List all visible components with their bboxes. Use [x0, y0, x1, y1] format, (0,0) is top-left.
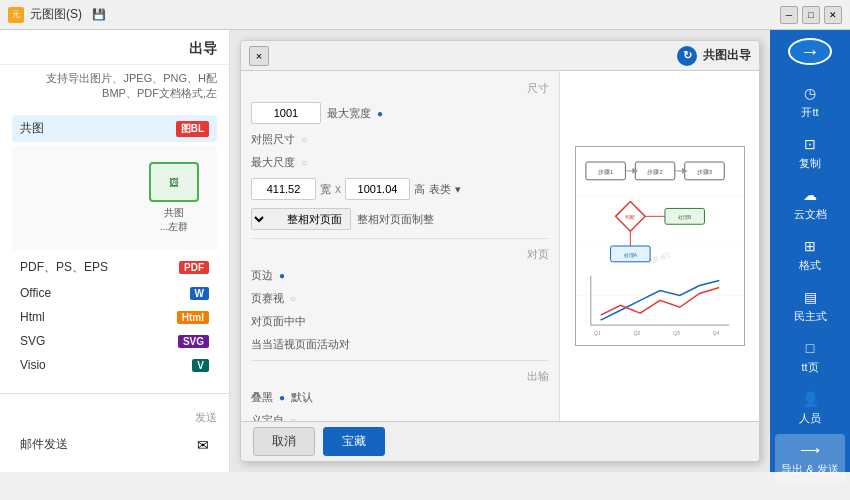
image-section: 图BL 共图 🖼 共图...左群 PDF PDF、PS、EPS W Office — [0, 107, 229, 385]
sidebar-item-person[interactable]: 👤 人员 — [775, 383, 845, 432]
svg-text:Q1: Q1 — [594, 331, 601, 336]
expand-label: 表类 — [429, 182, 451, 197]
sidebar-item-tt[interactable]: ◷ 开tt — [775, 77, 845, 126]
size-type-row: ○ 义宝自 — [251, 413, 549, 421]
max-width-label: 最大宽度 — [327, 106, 371, 121]
sidebar-item-template[interactable]: ▤ 民主式 — [775, 281, 845, 330]
image-icon-text: 🖼 — [169, 177, 179, 188]
page-center-row: 对页面中中 — [251, 314, 549, 329]
sidebar-page-label: tt页 — [801, 360, 818, 375]
sidebar-item-export[interactable]: ⟶ 导出 & 发送 — [775, 434, 845, 483]
page-border-row: ○ 页赛视 — [251, 291, 549, 306]
app-title: 元图图(S) — [30, 6, 82, 23]
default-label: 默认 — [291, 390, 313, 405]
fit-page-row: 当当适视页面活动对 — [251, 337, 549, 352]
preview-area: 步骤1 步骤2 步骤3 判断 — [559, 71, 759, 421]
template-icon: ▤ — [798, 287, 822, 307]
main-container: 出导 支持导出图片、JPEG、PNG、H配BMP、PDF文档格式,左 图BL 共… — [0, 30, 850, 472]
image-format-icon: 🖼 — [149, 162, 199, 202]
right-sidebar: → ◷ 开tt ⊡ 复制 ☁ 云文档 ⊞ 格式 ▤ 民主式 □ tt页 👤 人员 — [770, 30, 850, 472]
page-center-label: 对页面中中 — [251, 314, 306, 329]
sidebar-item-page[interactable]: □ tt页 — [775, 332, 845, 381]
dialog-body: 步骤1 步骤2 步骤3 判断 — [241, 71, 759, 421]
preview-diagram: 步骤1 步骤2 步骤3 判断 — [576, 147, 744, 345]
sidebar-item-copy[interactable]: ⊡ 复制 — [775, 128, 845, 177]
max-width-input[interactable] — [251, 102, 321, 124]
sidebar-person-label: 人员 — [799, 411, 821, 426]
format-item-svg[interactable]: SVG SVG — [12, 329, 217, 353]
scale-select[interactable]: 整相对页面 — [251, 208, 351, 230]
dialog-footer: 宝藏 取消 — [241, 421, 759, 461]
refresh-button[interactable]: ↻ — [677, 46, 697, 66]
svg-text:步骤3: 步骤3 — [696, 169, 712, 175]
format-item-office[interactable]: W Office — [12, 281, 217, 305]
page-all-row: ● 页边 — [251, 268, 549, 283]
export-subtitle: 支持导出图片、JPEG、PNG、H配BMP、PDF文档格式,左 — [0, 65, 229, 107]
scale-row: 整相对页面制整 整相对页面 — [251, 208, 549, 230]
export-title: 出导 — [189, 40, 217, 56]
svg-badge: SVG — [178, 335, 209, 348]
cancel-button[interactable]: 取消 — [253, 427, 315, 456]
app-icon: 元 — [8, 7, 24, 23]
max-width-row: ● 最大宽度 — [251, 102, 549, 124]
height-input[interactable] — [345, 178, 410, 200]
format-item-html[interactable]: Html Html — [12, 305, 217, 329]
dialog-titlebar: 共图出导 ↻ × — [241, 41, 759, 71]
output-section-heading: 出输 — [251, 369, 549, 384]
sidebar-tt-label: 开tt — [801, 105, 818, 120]
export-panel: 出导 支持导出图片、JPEG、PNG、H配BMP、PDF文档格式,左 图BL 共… — [0, 30, 230, 472]
export-button[interactable]: 宝藏 — [323, 427, 385, 456]
dimensions-row: ▾ 表类 高 x 宽 — [251, 178, 549, 200]
pdf-badge: PDF — [179, 261, 209, 274]
image-format-preview[interactable]: 🖼 共图...左群 — [139, 152, 209, 244]
svg-text:处理B: 处理B — [678, 214, 692, 220]
svg-text:Q2: Q2 — [633, 331, 640, 336]
email-send-item[interactable]: ✉ 邮件发送 — [12, 431, 217, 458]
dialog-close-button[interactable]: × — [249, 46, 269, 66]
pages-section-heading: 对页 — [251, 247, 549, 262]
minimize-button[interactable]: ─ — [780, 6, 798, 24]
settings-area: 尺寸 ● 最大宽度 ○ 对照尺寸 ○ 最大尺度 — [241, 71, 559, 421]
sidebar-item-history[interactable]: ⟳ 历史 — [775, 493, 845, 500]
relative-size-row: ○ 对照尺寸 — [251, 132, 549, 147]
sidebar-arrow-button[interactable]: → — [788, 38, 832, 65]
svg-text:Q4: Q4 — [712, 331, 719, 336]
export-icon: ⟶ — [798, 440, 822, 460]
chevron-down-icon: ▾ — [455, 183, 461, 196]
format-item-image[interactable]: 图BL 共图 — [12, 115, 217, 142]
page-all-label: 页边 — [251, 268, 273, 283]
sidebar-cloud-label: 云文档 — [794, 207, 827, 222]
format-item-visio[interactable]: V Visio — [12, 353, 217, 377]
office-badge: W — [190, 287, 209, 300]
width-input[interactable] — [251, 178, 316, 200]
svg-text:处理A: 处理A — [623, 252, 637, 258]
dialog-title-group: 共图出导 ↻ — [677, 46, 751, 66]
arrow-right-icon: → — [800, 40, 820, 63]
email-icon: ✉ — [197, 437, 209, 453]
expand-toggle[interactable]: ▾ 表类 — [429, 182, 461, 197]
visio-badge: V — [192, 359, 209, 372]
tt-icon: ◷ — [798, 83, 822, 103]
scale-label: 整相对页面制整 — [357, 212, 434, 227]
close-button[interactable]: ✕ — [824, 6, 842, 24]
image-format-label: 共图...左群 — [160, 206, 188, 234]
sidebar-export-label: 导出 & 发送 — [781, 462, 838, 477]
svg-text:步骤2: 步骤2 — [647, 169, 662, 175]
center-area: 共图出导 ↻ × — [230, 30, 770, 472]
save-button[interactable]: 💾 — [88, 6, 110, 23]
sidebar-item-format[interactable]: ⊞ 格式 — [775, 230, 845, 279]
preview-canvas: 步骤1 步骤2 步骤3 判断 — [575, 146, 745, 346]
relative-size-label: 对照尺寸 — [251, 132, 295, 147]
svg-text:判断: 判断 — [625, 214, 635, 220]
fit-page-label: 当当适视页面活动对 — [251, 337, 350, 352]
format-item-pdf[interactable]: PDF PDF、PS、EPS — [12, 254, 217, 281]
min-size-label: 最大尺度 — [251, 155, 295, 170]
sidebar-item-cloud[interactable]: ☁ 云文档 — [775, 179, 845, 228]
width-label: 宽 — [320, 182, 331, 197]
save-icon: 💾 — [92, 8, 106, 21]
cloud-icon: ☁ — [798, 185, 822, 205]
custom-size-label: 义宝自 — [251, 413, 284, 421]
copy-icon: ⊡ — [798, 134, 822, 154]
maximize-button[interactable]: □ — [802, 6, 820, 24]
size-section-heading: 尺寸 — [251, 81, 549, 96]
